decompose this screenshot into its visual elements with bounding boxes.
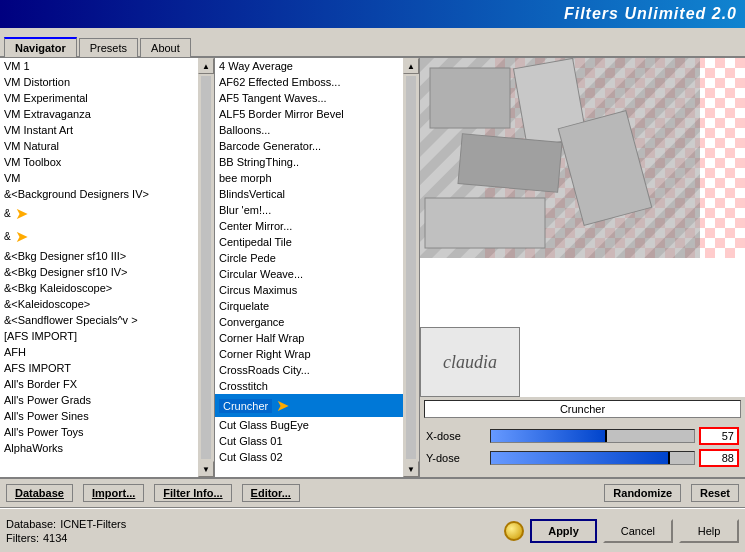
params-area: X-dose 57 Y-dose 88 — [420, 421, 745, 477]
param-row: X-dose 57 — [426, 427, 739, 445]
category-item[interactable]: VM Experimental — [0, 90, 198, 106]
category-item[interactable]: AlphaWorks — [0, 440, 198, 456]
category-item[interactable]: VM Instant Art — [0, 122, 198, 138]
category-item[interactable]: &<Bkg Designer sf10 III> — [0, 248, 198, 264]
filter-item[interactable]: Cruncher➤ — [215, 394, 403, 417]
apply-button[interactable]: Apply — [530, 519, 597, 543]
category-item[interactable]: &<Background Designers IV> — [0, 186, 198, 202]
category-list: VM 1VM DistortionVM ExperimentalVM Extra… — [0, 58, 198, 477]
filter-item[interactable]: Balloons... — [215, 122, 403, 138]
filter-item[interactable]: AF62 Effected Emboss... — [215, 74, 403, 90]
middle-scroll-wrapper: 4 Way AverageAF62 Effected Emboss...AF5 … — [215, 58, 419, 477]
param-value: 88 — [699, 449, 739, 467]
database-button[interactable]: Database — [6, 484, 73, 502]
filter-item[interactable]: BB StringThing.. — [215, 154, 403, 170]
category-item[interactable]: &➤ — [0, 202, 198, 225]
category-item[interactable]: AFS IMPORT — [0, 360, 198, 376]
preview-area: claudia — [420, 58, 745, 397]
param-slider[interactable] — [490, 451, 695, 465]
category-item[interactable]: &<Bkg Designer sf10 IV> — [0, 264, 198, 280]
filter-item[interactable]: CrossRoads City... — [215, 362, 403, 378]
param-slider[interactable] — [490, 429, 695, 443]
category-item[interactable]: VM Distortion — [0, 74, 198, 90]
app-title: Filters Unlimited 2.0 — [564, 5, 737, 23]
category-item[interactable]: &<Bkg Kaleidoscope> — [0, 280, 198, 296]
help-button[interactable]: Help — [679, 519, 739, 543]
logo-area: claudia — [420, 327, 520, 397]
category-item[interactable]: &<Kaleidoscope> — [0, 296, 198, 312]
filter-item[interactable]: Center Mirror... — [215, 218, 403, 234]
middle-panel: 4 Way AverageAF62 Effected Emboss...AF5 … — [215, 58, 420, 477]
bottom-section: Database: ICNET-Filters Filters: 4134 Ap… — [0, 508, 745, 552]
right-panel: claudia Cruncher X-dose 57 Y-dose 88 — [420, 58, 745, 477]
filter-item[interactable]: 4 Way Average — [215, 58, 403, 74]
diagonal-svg — [420, 58, 700, 258]
filter-item[interactable]: Circular Weave... — [215, 266, 403, 282]
filter-item[interactable]: Circus Maximus — [215, 282, 403, 298]
cancel-button[interactable]: Cancel — [603, 519, 673, 543]
main-content: VM 1VM DistortionVM ExperimentalVM Extra… — [0, 58, 745, 478]
filter-item[interactable]: Cut Glass 01 — [215, 433, 403, 449]
coin-icon — [504, 521, 524, 541]
filter-item[interactable]: Convergance — [215, 314, 403, 330]
filter-item[interactable]: Cut Glass 02 — [215, 449, 403, 465]
logo-text: claudia — [443, 352, 497, 373]
category-item[interactable]: VM Natural — [0, 138, 198, 154]
filter-item[interactable]: Cut Glass BugEye — [215, 417, 403, 433]
status-bar: Database: ICNET-Filters Filters: 4134 — [6, 518, 504, 544]
category-item[interactable]: All's Power Grads — [0, 392, 198, 408]
category-item[interactable]: VM Extravaganza — [0, 106, 198, 122]
editor-button[interactable]: Editor... — [242, 484, 300, 502]
left-scrollbar-thumb[interactable] — [201, 76, 211, 459]
category-item[interactable]: All's Power Toys — [0, 424, 198, 440]
left-scroll-wrapper: VM 1VM DistortionVM ExperimentalVM Extra… — [0, 58, 214, 477]
import-button[interactable]: Import... — [83, 484, 144, 502]
left-scrollbar[interactable]: ▲ ▼ — [198, 58, 214, 477]
filter-item[interactable]: Crosstitch — [215, 378, 403, 394]
title-bar: Filters Unlimited 2.0 — [0, 0, 745, 28]
bottom-toolbar: Database Import... Filter Info... Editor… — [0, 478, 745, 508]
middle-scroll-up[interactable]: ▲ — [403, 58, 419, 74]
filter-info-button[interactable]: Filter Info... — [154, 484, 231, 502]
filter-item[interactable]: Corner Right Wrap — [215, 346, 403, 362]
database-status: Database: ICNET-Filters — [6, 518, 504, 530]
filter-item[interactable]: AF5 Tangent Waves... — [215, 90, 403, 106]
filter-item[interactable]: ALF5 Border Mirror Bevel — [215, 106, 403, 122]
category-item[interactable]: VM — [0, 170, 198, 186]
filter-item[interactable]: Barcode Generator... — [215, 138, 403, 154]
filter-item[interactable]: bee morph — [215, 170, 403, 186]
tab-about[interactable]: About — [140, 38, 191, 57]
category-item[interactable]: VM 1 — [0, 58, 198, 74]
category-item[interactable]: All's Border FX — [0, 376, 198, 392]
diagonal-pattern — [420, 58, 700, 258]
filter-name-display: Cruncher — [424, 400, 741, 418]
reset-button[interactable]: Reset — [691, 484, 739, 502]
category-item[interactable]: &➤ — [0, 225, 198, 248]
param-label: X-dose — [426, 430, 486, 442]
randomize-button[interactable]: Randomize — [604, 484, 681, 502]
filter-item[interactable]: Cirquelate — [215, 298, 403, 314]
middle-scrollbar[interactable]: ▲ ▼ — [403, 58, 419, 477]
filter-item[interactable]: Blur 'em!... — [215, 202, 403, 218]
filter-item[interactable]: Corner Half Wrap — [215, 330, 403, 346]
svg-rect-3 — [430, 68, 510, 128]
category-item[interactable]: AFH — [0, 344, 198, 360]
category-item[interactable]: &<Sandflower Specials^v > — [0, 312, 198, 328]
left-scroll-up[interactable]: ▲ — [198, 58, 214, 74]
tab-presets[interactable]: Presets — [79, 38, 138, 57]
param-row: Y-dose 88 — [426, 449, 739, 467]
left-scroll-down[interactable]: ▼ — [198, 461, 214, 477]
category-item[interactable]: [AFS IMPORT] — [0, 328, 198, 344]
filter-item[interactable]: Centipedal Tile — [215, 234, 403, 250]
filter-item[interactable]: Circle Pede — [215, 250, 403, 266]
filter-item[interactable]: BlindsVertical — [215, 186, 403, 202]
category-item[interactable]: All's Power Sines — [0, 408, 198, 424]
category-item[interactable]: VM Toolbox — [0, 154, 198, 170]
filters-value: 4134 — [43, 532, 67, 544]
middle-scroll-down[interactable]: ▼ — [403, 461, 419, 477]
middle-scrollbar-thumb[interactable] — [406, 76, 416, 459]
tab-navigator[interactable]: Navigator — [4, 37, 77, 57]
param-label: Y-dose — [426, 452, 486, 464]
tab-bar: Navigator Presets About — [0, 28, 745, 58]
action-buttons: Apply Cancel Help — [504, 519, 739, 543]
